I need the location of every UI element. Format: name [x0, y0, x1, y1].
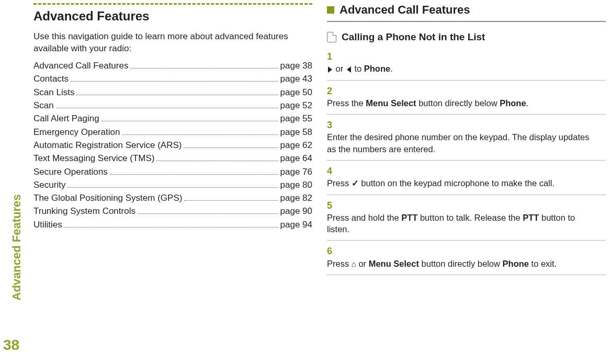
toc-page: page 76	[280, 167, 312, 177]
section-rule	[327, 21, 606, 22]
step-6: 6 Press ⌂ or Menu Select button directly…	[327, 241, 606, 275]
right-column: Advanced Call Features Calling a Phone N…	[327, 3, 606, 343]
toc-row: Emergency Operationpage 58	[33, 126, 312, 137]
steps-list: 1 or to Phone. 2 Press the Menu Select b…	[327, 46, 606, 275]
step-number: 6	[327, 245, 338, 257]
text: Press	[327, 178, 352, 188]
section-header: Advanced Call Features	[327, 3, 606, 17]
dashed-rule	[33, 3, 312, 5]
text: button to talk. Release the	[417, 213, 523, 222]
toc-row: Text Messaging Service (TMS)page 64	[33, 153, 312, 164]
toc-dots	[101, 113, 278, 121]
toc-page: page 58	[280, 127, 312, 138]
toc-title: The Global Positioning System (GPS)	[33, 193, 182, 203]
toc-row: Scanpage 52	[33, 100, 312, 111]
toc-page: page 80	[280, 180, 312, 190]
toc-dots	[122, 126, 278, 134]
toc-dots	[67, 179, 278, 188]
bold-menu-select: Menu Select	[366, 98, 416, 108]
toc-title: Contacts	[33, 74, 69, 84]
toc-title: Automatic Registration Service (ARS)	[33, 140, 182, 151]
toc-dots	[76, 86, 278, 95]
toc-title: Advanced Call Features	[33, 61, 128, 71]
left-column: Advanced Features Use this navigation gu…	[33, 3, 312, 343]
step-5: 5 Press and hold the PTT button to talk.…	[327, 195, 606, 241]
page: Advanced Features 38 Advanced Features U…	[0, 0, 611, 364]
text: Press the	[327, 98, 366, 108]
toc-page: page 90	[280, 206, 312, 217]
toc-page: page 64	[280, 153, 312, 164]
toc-dots	[156, 153, 278, 161]
toc-row: Trunking System Controlspage 90	[33, 206, 312, 217]
text: to	[352, 64, 364, 73]
text: Press and hold the	[327, 213, 401, 222]
bold-phone: Phone	[500, 98, 526, 108]
toc-title: Security	[33, 180, 65, 190]
toc-row: Automatic Registration Service (ARS)page…	[33, 140, 312, 151]
toc-page: page 94	[280, 220, 312, 230]
text: .	[390, 64, 393, 73]
toc-title: Call Alert Paging	[33, 113, 99, 124]
step-number: 1	[327, 50, 338, 63]
step-number: 5	[327, 199, 338, 212]
toc-dots	[110, 166, 278, 174]
heading-advanced-features: Advanced Features	[33, 9, 312, 24]
side-rail: Advanced Features	[3, 0, 28, 364]
toc-title: Scan Lists	[33, 87, 74, 98]
step-number: 4	[327, 165, 338, 177]
section-title: Advanced Call Features	[340, 3, 470, 17]
text: button on the keypad microphone to make …	[359, 178, 555, 188]
toc-row: Call Alert Pagingpage 55	[33, 113, 312, 124]
toc-page: page 62	[280, 140, 312, 151]
text: or	[333, 64, 346, 73]
toc-row: Secure Operationspage 76	[33, 166, 312, 177]
side-label: Advanced Features	[10, 195, 24, 301]
subsection-title: Calling a Phone Not in the List	[342, 31, 485, 43]
book-icon	[327, 32, 336, 42]
toc-title: Secure Operations	[33, 167, 108, 177]
bold-menu-select: Menu Select	[369, 259, 419, 268]
table-of-contents: Advanced Call Featurespage 38Contactspag…	[33, 60, 312, 230]
toc-row: Contactspage 43	[33, 73, 312, 84]
subsection-header: Calling a Phone Not in the List	[327, 31, 606, 43]
toc-title: Utilities	[33, 220, 62, 230]
square-bullet-icon	[327, 6, 334, 14]
toc-row: Scan Listspage 50	[33, 86, 312, 97]
toc-page: page 82	[280, 193, 312, 203]
toc-page: page 50	[280, 87, 312, 98]
text: button directly below	[416, 98, 500, 108]
bold-phone: Phone	[364, 64, 390, 73]
step-text: Press ⌂ or Menu Select button directly b…	[327, 258, 592, 269]
toc-row: The Global Positioning System (GPS)page …	[33, 192, 312, 203]
step-text: Press the Menu Select button directly be…	[327, 97, 592, 109]
step-text: Enter the desired phone number on the ke…	[327, 131, 592, 155]
columns: Advanced Features Use this navigation gu…	[33, 3, 606, 343]
toc-dots	[184, 140, 278, 148]
toc-title: Emergency Operation	[33, 127, 120, 138]
step-3: 3 Enter the desired phone number on the …	[327, 115, 606, 161]
check-icon: ✓	[352, 177, 359, 189]
intro-text: Use this navigation guide to learn more …	[33, 31, 312, 55]
toc-dots	[56, 100, 278, 108]
step-text: or to Phone.	[327, 63, 592, 74]
right-arrow-icon	[328, 66, 332, 73]
text: or	[356, 259, 369, 268]
toc-dots	[130, 60, 278, 69]
toc-dots	[71, 73, 278, 82]
bold-phone: Phone	[503, 259, 529, 268]
toc-page: page 52	[280, 100, 312, 111]
text: .	[526, 98, 529, 108]
bold-ptt: PTT	[523, 213, 539, 222]
toc-title: Trunking System Controls	[33, 206, 135, 217]
step-4: 4 Press ✓ button on the keypad microphon…	[327, 161, 606, 195]
step-text: Press ✓ button on the keypad microphone …	[327, 177, 592, 189]
toc-row: Utilitiespage 94	[33, 219, 312, 230]
toc-title: Text Messaging Service (TMS)	[33, 153, 154, 164]
home-icon: ⌂	[352, 259, 356, 269]
step-1: 1 or to Phone.	[327, 46, 606, 81]
bold-ptt: PTT	[401, 213, 417, 222]
toc-page: page 43	[280, 74, 312, 84]
toc-row: Advanced Call Featurespage 38	[33, 60, 312, 71]
text: to exit.	[529, 259, 557, 268]
toc-title: Scan	[33, 100, 54, 111]
